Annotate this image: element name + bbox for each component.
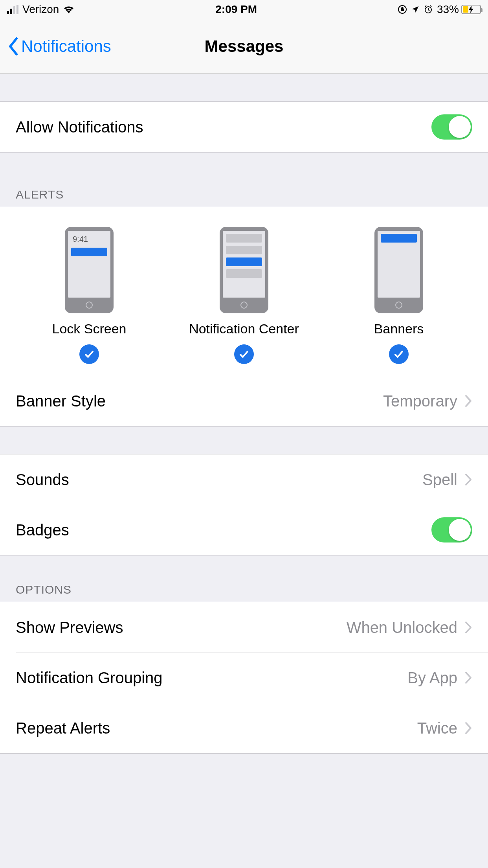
battery-icon — [461, 5, 481, 14]
banners-preview-icon — [374, 227, 423, 313]
repeat-alerts-label: Repeat Alerts — [16, 719, 417, 737]
chevron-right-icon — [464, 473, 472, 486]
alert-types: 9:41 Lock Screen Notificatio — [0, 207, 488, 376]
badges-toggle[interactable] — [431, 517, 472, 542]
page-title: Messages — [205, 37, 284, 56]
carrier-label: Verizon — [22, 3, 59, 16]
alert-type-label: Banners — [374, 321, 424, 337]
badges-label: Badges — [16, 521, 431, 539]
battery-indicator: 33% — [437, 3, 481, 16]
badges-row: Badges — [0, 505, 488, 555]
notification-center-preview-icon — [220, 227, 268, 313]
alert-type-notification-center[interactable]: Notification Center — [167, 227, 321, 364]
alerts-panel: 9:41 Lock Screen Notificatio — [0, 207, 488, 427]
battery-percent: 33% — [437, 3, 459, 16]
banner-style-label: Banner Style — [16, 392, 383, 410]
notification-grouping-row[interactable]: Notification Grouping By App — [0, 653, 488, 703]
show-previews-row[interactable]: Show Previews When Unlocked — [0, 602, 488, 653]
status-left: Verizon — [7, 3, 75, 16]
chevron-right-icon — [464, 721, 472, 735]
allow-notifications-label: Allow Notifications — [16, 118, 431, 136]
chevron-right-icon — [464, 621, 472, 634]
status-bar: Verizon 2:09 PM 33% — [0, 0, 488, 19]
show-previews-label: Show Previews — [16, 619, 347, 636]
location-icon — [411, 5, 420, 14]
checkmark-icon — [79, 344, 99, 364]
alert-type-lock-screen[interactable]: 9:41 Lock Screen — [13, 227, 166, 364]
sounds-badges-section: Sounds Spell Badges — [0, 454, 488, 555]
wifi-icon — [63, 5, 75, 14]
options-header: OPTIONS — [0, 555, 488, 602]
alert-type-banners[interactable]: Banners — [322, 227, 475, 364]
nav-bar: Notifications Messages — [0, 19, 488, 74]
alerts-header: ALERTS — [0, 153, 488, 207]
sounds-label: Sounds — [16, 471, 422, 489]
alert-type-label: Lock Screen — [52, 321, 126, 337]
allow-section: Allow Notifications — [0, 101, 488, 153]
notification-grouping-value: By App — [407, 669, 457, 687]
rotation-lock-icon — [398, 5, 407, 14]
repeat-alerts-row[interactable]: Repeat Alerts Twice — [0, 703, 488, 753]
banner-style-row[interactable]: Banner Style Temporary — [0, 376, 488, 426]
back-button[interactable]: Notifications — [8, 37, 111, 56]
show-previews-value: When Unlocked — [347, 619, 457, 636]
chevron-left-icon — [8, 37, 19, 56]
alarm-icon — [424, 5, 433, 14]
sounds-row[interactable]: Sounds Spell — [0, 454, 488, 505]
status-time: 2:09 PM — [215, 3, 257, 16]
preview-time: 9:41 — [71, 234, 107, 245]
signal-strength-icon — [7, 5, 18, 14]
status-right: 33% — [398, 3, 481, 16]
checkmark-icon — [389, 344, 409, 364]
sounds-value: Spell — [422, 471, 457, 489]
repeat-alerts-value: Twice — [417, 719, 457, 737]
banner-style-value: Temporary — [383, 392, 457, 410]
back-label: Notifications — [21, 37, 111, 56]
lock-screen-preview-icon: 9:41 — [65, 227, 114, 313]
checkmark-icon — [234, 344, 254, 364]
charging-icon — [469, 3, 473, 16]
notification-grouping-label: Notification Grouping — [16, 669, 407, 687]
chevron-right-icon — [464, 394, 472, 408]
allow-notifications-toggle[interactable] — [431, 114, 472, 140]
chevron-right-icon — [464, 671, 472, 684]
alert-type-label: Notification Center — [189, 321, 299, 337]
options-section: Show Previews When Unlocked Notification… — [0, 602, 488, 754]
allow-notifications-row: Allow Notifications — [0, 102, 488, 152]
